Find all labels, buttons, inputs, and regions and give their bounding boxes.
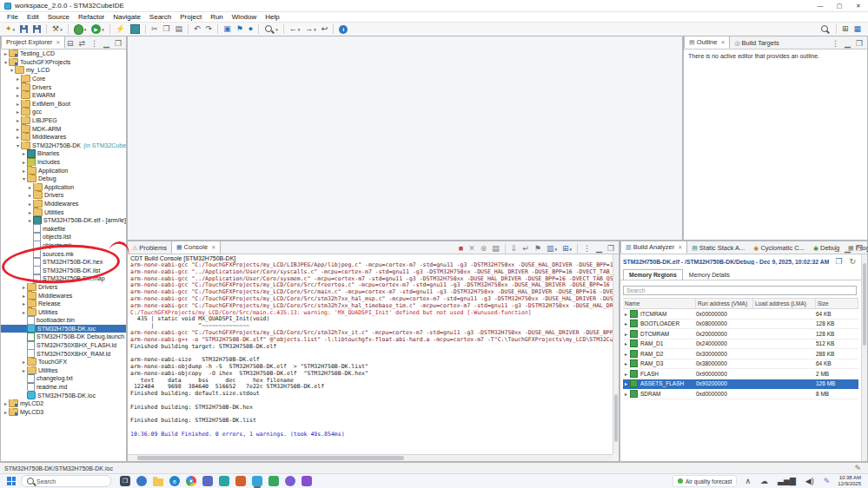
cut-icon[interactable]: ✂ <box>149 23 160 35</box>
close-window-button[interactable]: ✕ <box>849 0 868 11</box>
redo-icon[interactable]: ↷ <box>204 23 215 35</box>
tree-expander-icon[interactable]: ▸ <box>15 101 21 107</box>
onedrive-icon[interactable]: ☁ <box>759 476 770 487</box>
pen-icon[interactable]: ✎ <box>822 476 832 487</box>
tree-item-middlewares[interactable]: ▸Middlewares <box>1 133 126 142</box>
tree-expander-icon[interactable]: ▸ <box>21 359 27 365</box>
tree-item-binaries[interactable]: ▸Binaries <box>1 149 126 158</box>
undo-icon[interactable]: ↶ <box>192 23 202 35</box>
tree-item-gcc[interactable]: ▸gcc <box>1 108 126 116</box>
tree-item-ewarm[interactable]: ▸EWARM <box>1 91 126 100</box>
build-all-icon[interactable]: ⚒▾ <box>50 23 64 35</box>
info-icon[interactable]: i <box>337 23 349 35</box>
memory-region-row-sdram[interactable]: ▸SDRAM0xd00000008 MB <box>623 389 858 399</box>
tree-expander-icon[interactable]: ▸ <box>21 367 27 373</box>
memory-region-row-ram-d1[interactable]: ▸RAM_D10x24000000512 KB <box>623 340 858 350</box>
forward-icon[interactable]: →▾ <box>303 23 318 35</box>
menu-source[interactable]: Source <box>43 13 74 21</box>
tree-expander-icon[interactable]: ▸ <box>21 150 27 156</box>
subtab-memory-regions[interactable]: Memory Regions <box>623 269 683 280</box>
network-icon[interactable]: ▃▅▇ <box>776 476 798 487</box>
memory-region-row-ram-d3[interactable]: ▸RAM_D30x3800000064 KB <box>623 359 858 370</box>
menu-window[interactable]: Window <box>228 13 261 21</box>
close-icon[interactable]: ✕ <box>56 39 60 45</box>
tree-item-stm32h750b-dk-elf-arm-le[interactable]: ▸STM32H750B-DK.elf - [arm/le] <box>1 216 126 225</box>
tree-expander-icon[interactable]: ▸ <box>15 76 21 82</box>
app-icon[interactable] <box>285 476 295 486</box>
menu-edit[interactable]: Edit <box>23 13 43 21</box>
tree-item-readme-md[interactable]: readme.md <box>1 383 126 392</box>
tree-expander-icon[interactable]: ▸ <box>15 84 21 90</box>
remove-launch-icon[interactable]: ✕ <box>467 243 477 254</box>
save-all-icon[interactable] <box>31 23 43 35</box>
menu-run[interactable]: Run <box>206 13 228 21</box>
tree-item-middlewares[interactable]: ▸Middlewares <box>1 291 126 300</box>
tree-item-drivers[interactable]: ▸Drivers <box>1 191 126 200</box>
close-icon[interactable]: ✕ <box>211 244 215 250</box>
save-icon[interactable] <box>18 23 30 35</box>
tree-expander-icon[interactable]: ▸ <box>15 92 21 98</box>
view-menu-icon[interactable]: ⋮ <box>581 243 593 254</box>
tree-expander-icon[interactable]: ▸ <box>27 184 33 190</box>
tree-item-touchgfxprojects[interactable]: ▾TouchGFXProjects <box>1 58 126 67</box>
tree-item-stm32h750xbhx-ram-ld[interactable]: STM32H750XBHX_RAM.ld <box>1 349 126 358</box>
tree-item-debug[interactable]: ▾Debug <box>1 175 126 183</box>
tree-expander-icon[interactable]: ▸ <box>15 126 21 132</box>
taskbar-clock[interactable]: 10:38 AM 12/9/2025 <box>838 475 861 487</box>
maximize-window-button[interactable]: ▢ <box>830 0 849 11</box>
tab-outline[interactable]: ▤ Outline ✕ <box>684 36 730 49</box>
minimize-icon[interactable]: ▁ <box>843 38 852 49</box>
link-with-editor-icon[interactable]: ⇄ <box>76 38 87 49</box>
app-icon[interactable] <box>268 476 279 486</box>
tab-build-analyzer[interactable]: ▥Build Analyzer✕ <box>620 241 687 254</box>
tree-item-stm32h750b-dk-ioc[interactable]: STM32H750B-DK.ioc <box>1 391 126 399</box>
tree-expander-icon[interactable]: ▸ <box>3 50 9 56</box>
minimize-icon[interactable]: ▁ <box>594 243 604 254</box>
tree-item-includes[interactable]: ▸Includes <box>1 158 126 167</box>
tree-expander-icon[interactable]: ▸ <box>21 309 27 315</box>
tree-expander-icon[interactable]: ▸ <box>27 209 33 215</box>
console-horizontal-scrollbar[interactable] <box>128 454 613 461</box>
clear-console-icon[interactable]: ▤ <box>490 243 501 254</box>
view-menu-icon[interactable]: ⋮ <box>830 38 841 49</box>
close-icon[interactable]: ✕ <box>678 244 682 250</box>
tree-item-release[interactable]: ▸Release <box>1 300 126 308</box>
tree-item-my-lcd[interactable]: ▾my_LCD <box>1 66 126 75</box>
display-selected-console-icon[interactable]: ▥▾ <box>545 243 559 254</box>
view-menu-icon[interactable]: ⋮ <box>830 243 841 254</box>
last-edit-location-icon[interactable]: ↩ <box>320 23 330 35</box>
device-configuration-icon[interactable] <box>129 23 142 35</box>
tree-item-libjpeg[interactable]: ▸LIBJPEG <box>1 116 126 125</box>
flash-programmer-icon[interactable]: ⚡ <box>114 23 127 35</box>
copy-to-clipboard-icon[interactable]: ❐ <box>833 256 844 267</box>
tree-expander-icon[interactable]: ▸ <box>15 134 21 140</box>
volume-icon[interactable]: ◀) <box>804 476 816 487</box>
new-cpp-file-icon[interactable]: ▣ <box>222 23 233 35</box>
minimize-window-button[interactable]: — <box>811 0 830 11</box>
console-vertical-scrollbar[interactable] <box>613 254 619 454</box>
task-view-icon[interactable]: ❐ <box>120 476 130 486</box>
tree-item-objects-list[interactable]: objects.list <box>1 233 126 241</box>
weather-widget[interactable]: Air quality forecast <box>673 475 737 487</box>
paste-icon[interactable]: ▤ <box>174 23 185 35</box>
app-icon[interactable] <box>301 476 312 486</box>
search-icon[interactable]: ▾ <box>262 23 280 35</box>
tree-item-mylcd3[interactable]: ▸MyLCD3 <box>1 408 126 417</box>
column-header-name[interactable]: Name <box>623 299 696 308</box>
tab-cyclomatic-c[interactable]: ◉Cyclomatic C... <box>749 242 809 254</box>
back-icon[interactable]: ←▾ <box>288 23 302 35</box>
tree-expander-icon[interactable]: ▸ <box>27 201 33 207</box>
tree-item-core[interactable]: ▸Core <box>1 75 126 83</box>
tree-item-sources-mk[interactable]: sources.mk <box>1 249 126 258</box>
menu-help[interactable]: Help <box>261 13 283 21</box>
tree-item-stm32h750b-dk-list[interactable]: STM32H750B-DK.list <box>1 266 126 274</box>
maximize-icon[interactable]: ❐ <box>113 38 123 49</box>
maximize-icon[interactable]: ❐ <box>606 243 616 254</box>
tree-item-utilities[interactable]: ▸Utilities <box>1 307 126 316</box>
minimize-icon[interactable]: ▁ <box>843 243 852 254</box>
quick-access-search-icon[interactable] <box>818 23 832 35</box>
tree-expander-icon[interactable]: ▸ <box>15 117 21 123</box>
tree-expander-icon[interactable]: ▸ <box>15 109 21 115</box>
memory-region-row-itcmram[interactable]: ▸ITCMRAM0x0000000064 KB <box>623 309 858 320</box>
tab-static-stack-a[interactable]: ▤Static Stack A... <box>687 242 749 254</box>
